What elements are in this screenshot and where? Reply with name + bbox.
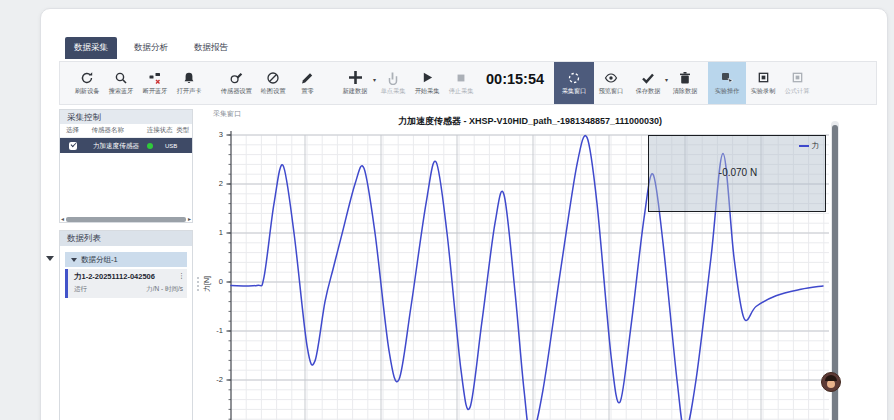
chevron-down-icon [71, 258, 77, 262]
collect-control-panel: 采集控制 选择 传感器名称 连接状态 类型 力加速度传感器 USB [59, 109, 193, 223]
collect-timer: 00:15:54 [486, 71, 544, 87]
stop-collect-button[interactable]: 停止采集 [444, 64, 478, 102]
search-icon [114, 70, 128, 85]
chart-plot[interactable]: 3210-1-2 力[N] -0.070 N 力 [197, 129, 829, 420]
hand-point-icon [386, 70, 400, 85]
sensor-row[interactable]: 力加速度传感器 USB [60, 138, 192, 153]
y-axis-label: 力[N] [202, 276, 212, 292]
data-item-status: 运行 [74, 285, 87, 294]
data-list-panel: 数据列表 数据分组-1 力1-2-20251112-042506 ⋮ 运行 力/… [59, 230, 193, 420]
check-icon [641, 70, 655, 85]
dashed-circle-icon [567, 70, 581, 85]
data-item-title: 力1-2-20251112-042506 [74, 272, 183, 282]
collect-control-title: 采集控制 [60, 110, 192, 124]
avatar-hair [825, 375, 837, 381]
tab-data-report[interactable]: 数据报告 [185, 37, 237, 59]
disconnect-bluetooth-button[interactable]: 断开蓝牙 [138, 64, 172, 102]
trash-icon [678, 70, 692, 85]
open-soundcard-button[interactable]: 打开声卡 [172, 64, 206, 102]
legend-swatch [799, 145, 809, 147]
search-bluetooth-button[interactable]: 搜索蓝牙 [104, 64, 138, 102]
stop-icon [455, 70, 467, 85]
bell-icon [182, 70, 196, 85]
data-list-item[interactable]: 力1-2-20251112-042506 ⋮ 运行 力/N - 时间/s [65, 269, 187, 298]
tab-data-analysis[interactable]: 数据分析 [125, 37, 177, 59]
new-data-button[interactable]: 新建数据 ▾ [334, 64, 376, 102]
chart-title: 力加速度传感器 - XHSP-V10HID_path_-1981348857_1… [231, 115, 829, 128]
toolbar: 刷新设备 搜索蓝牙 断开蓝牙 打开声卡 传感器设置 绘图设置 置零 [59, 61, 877, 105]
start-collect-button[interactable]: 开始采集 [410, 64, 444, 102]
floating-avatar-button[interactable] [821, 372, 841, 392]
legend-label: 力 [812, 141, 820, 151]
cursor-panel-icon [720, 70, 734, 85]
scroll-left-icon[interactable]: ◂ [61, 216, 64, 223]
sensor-checkbox[interactable] [69, 142, 77, 150]
collect-window-button[interactable]: 采集窗口 [554, 62, 594, 104]
sensor-type: USB [165, 143, 177, 149]
single-point-button[interactable]: 单点采集 [376, 64, 410, 102]
formula-calc-button[interactable]: 公式计算 [780, 64, 814, 102]
plot-settings-button[interactable]: 绘图设置 [256, 64, 290, 102]
sensor-table-header: 选择 传感器名称 连接状态 类型 [60, 124, 192, 138]
sensor-name: 力加速度传感器 [78, 141, 131, 151]
tab-data-collect[interactable]: 数据采集 [65, 37, 117, 59]
sensor-settings-button[interactable]: 传感器设置 [216, 64, 256, 102]
app-screen: 数据采集 数据分析 数据报告 刷新设备 搜索蓝牙 断开蓝牙 打开声卡 传感器设置… [0, 0, 894, 420]
avatar-face [827, 380, 835, 388]
save-data-button[interactable]: 保存数据 ▾ [628, 64, 668, 102]
eye-icon [604, 70, 618, 85]
sensor-settings-icon [229, 70, 243, 85]
data-list-title: 数据列表 [60, 231, 192, 246]
main-tabbar: 数据采集 数据分析 数据报告 [65, 37, 237, 59]
hscroll-thumb[interactable] [66, 217, 186, 222]
sidebar-collapse-icon[interactable] [46, 256, 54, 261]
plus-icon [348, 70, 363, 85]
refresh-icon [80, 70, 94, 85]
chart-legend: 力 [799, 141, 820, 151]
zero-button[interactable]: 置零 [290, 64, 324, 102]
play-icon [421, 70, 434, 85]
preview-window-button[interactable]: 预览窗口 [594, 64, 628, 102]
refresh-device-button[interactable]: 刷新设备 [70, 64, 104, 102]
app-window: 数据采集 数据分析 数据报告 刷新设备 搜索蓝牙 断开蓝牙 打开声卡 传感器设置… [40, 8, 888, 420]
record-square-icon [757, 70, 770, 85]
sidebar-hscrollbar[interactable]: ◂ ▸ [61, 216, 191, 223]
status-dot [147, 143, 153, 149]
bluetooth-disconnect-icon [148, 70, 162, 85]
value-annotation: -0.070 N [678, 167, 798, 178]
clear-data-button[interactable]: 清除数据 [668, 64, 702, 102]
plot-settings-icon [266, 70, 280, 85]
experiment-record-button[interactable]: 实验录制 [746, 64, 780, 102]
experiment-op-button[interactable]: 实验操作 [708, 62, 746, 104]
data-group-header[interactable]: 数据分组-1 [65, 252, 187, 267]
data-item-axes: 力/N - 时间/s [146, 285, 183, 294]
pen-icon [300, 70, 314, 85]
kebab-menu-icon[interactable]: ⋮ [178, 272, 185, 280]
scroll-right-icon[interactable]: ▸ [188, 216, 191, 223]
formula-square-icon [791, 70, 804, 85]
